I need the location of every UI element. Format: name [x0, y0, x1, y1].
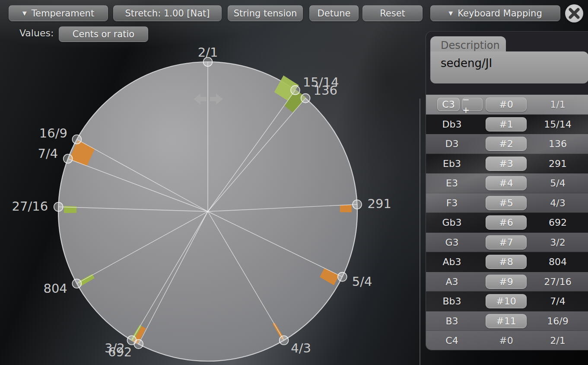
degree-index-button[interactable]: #3: [486, 157, 527, 171]
mapping-row-f3[interactable]: F3#54/3: [426, 193, 588, 213]
interval-value[interactable]: 5/4: [530, 173, 586, 193]
pitch-label-136: 136: [314, 83, 337, 98]
mapping-row-db3[interactable]: Db3#115/14: [426, 115, 588, 134]
degree-index-button[interactable]: #2: [486, 137, 527, 151]
degree-index-button[interactable]: #0: [486, 97, 527, 112]
pitch-knob-15-14[interactable]: [291, 86, 300, 95]
mapping-row-a3[interactable]: A3#927/16: [426, 272, 588, 292]
pitch-knob-3-2[interactable]: [127, 336, 136, 345]
mapping-row-g3[interactable]: G3#73/2: [426, 233, 588, 253]
degree-index-button[interactable]: #10: [486, 294, 527, 308]
mapping-row-d3[interactable]: D3#2136: [426, 134, 588, 154]
interval-value[interactable]: 7/4: [530, 291, 586, 311]
mapping-row-eb3[interactable]: Eb3#3291: [426, 154, 588, 174]
close-button[interactable]: [565, 4, 583, 22]
interval-value[interactable]: 16/9: [530, 311, 586, 331]
pitch-label-3-2: 3/2: [105, 341, 125, 355]
note-label: E3: [432, 173, 471, 193]
note-label: G3: [432, 233, 471, 253]
mapping-row-e3[interactable]: E3#45/4: [426, 173, 588, 193]
pitch-knob-291[interactable]: [353, 200, 362, 209]
tuning-circle: 2/115/141362915/44/36923/280427/167/416/…: [0, 0, 426, 365]
note-label: B3: [432, 311, 471, 331]
degree-index-button[interactable]: #5: [486, 196, 527, 210]
pitch-label-5-4: 5/4: [352, 274, 372, 289]
pitch-knob-27-16[interactable]: [54, 202, 63, 211]
interval-value[interactable]: 1/1: [530, 95, 586, 115]
pitch-label-16-9: 16/9: [39, 126, 67, 141]
mapping-row-bb3[interactable]: Bb3#107/4: [426, 291, 588, 311]
note-label: F3: [432, 193, 471, 213]
mapping-row-b3[interactable]: B3#1116/9: [426, 311, 588, 331]
interval-value[interactable]: 4/3: [530, 193, 586, 213]
pitch-knob-7-4[interactable]: [64, 154, 73, 163]
deviation-marker: [340, 205, 352, 212]
interval-value[interactable]: 291: [530, 154, 586, 174]
mapping-table: C3− +#01/1Db3#115/14D3#2136Eb3#3291E3#45…: [426, 95, 588, 350]
degree-index-button[interactable]: #9: [486, 275, 527, 289]
note-label: Ab3: [432, 252, 471, 272]
interval-value[interactable]: 804: [530, 252, 586, 272]
degree-index-button[interactable]: #6: [486, 215, 527, 230]
keyboard-mapping-label: Keyboard Mapping: [458, 8, 542, 19]
degree-index-button[interactable]: #4: [486, 176, 527, 190]
keyboard-mapping-panel: Description sedeng/JI C3− +#01/1Db3#115/…: [426, 31, 588, 350]
degree-index-label: #0: [486, 331, 527, 350]
note-label: Gb3: [432, 213, 471, 233]
degree-index-button[interactable]: #7: [486, 235, 527, 250]
pitch-label-804: 804: [43, 281, 67, 296]
mapping-row-c3[interactable]: C3− +#01/1: [426, 95, 588, 115]
interval-value[interactable]: 2/1: [530, 331, 586, 350]
note-label: C4: [432, 331, 471, 350]
interval-value[interactable]: 3/2: [530, 233, 586, 253]
mapping-row-c4[interactable]: C4#02/1: [426, 331, 588, 350]
note-label: D3: [432, 134, 471, 154]
note-label: Eb3: [432, 154, 471, 174]
mapping-row-ab3[interactable]: Ab3#8804: [426, 252, 588, 272]
pitch-label-7-4: 7/4: [38, 146, 58, 161]
pitch-knob-136[interactable]: [301, 94, 310, 103]
note-label: Db3: [432, 115, 471, 134]
tab-description[interactable]: Description: [430, 36, 506, 54]
pitch-knob-5-4[interactable]: [338, 272, 347, 282]
mapping-row-gb3[interactable]: Gb3#6692: [426, 213, 588, 233]
note-label: Bb3: [432, 291, 471, 311]
chevron-down-icon: ▼: [448, 10, 453, 16]
description-text[interactable]: sedeng/JI: [441, 57, 492, 70]
interval-value[interactable]: 27/16: [530, 272, 586, 292]
pitch-knob-16-9[interactable]: [72, 135, 81, 144]
degree-index-button[interactable]: #11: [486, 314, 527, 328]
keyboard-mapping-panel-edge: [420, 99, 420, 365]
pitch-knob-4-3[interactable]: [280, 336, 289, 345]
note-select-button[interactable]: C3: [437, 98, 460, 111]
pitch-label-2-1: 2/1: [198, 45, 218, 60]
note-label: A3: [432, 272, 471, 292]
interval-value[interactable]: 15/14: [530, 115, 586, 134]
description-box[interactable]: sedeng/JI: [430, 51, 588, 83]
pitch-knob-804[interactable]: [72, 279, 81, 288]
degree-index-button[interactable]: #1: [486, 117, 527, 131]
pitch-label-27-16: 27/16: [12, 199, 48, 214]
keyboard-mapping-menu-button[interactable]: ▼ Keyboard Mapping: [430, 5, 560, 21]
pitch-label-4-3: 4/3: [291, 341, 311, 355]
degree-index-button[interactable]: #8: [486, 255, 527, 269]
interval-value[interactable]: 136: [530, 134, 586, 154]
pitch-label-291: 291: [368, 196, 391, 211]
interval-value[interactable]: 692: [530, 213, 586, 233]
close-x-icon: [565, 4, 583, 22]
octave-minus-plus-button[interactable]: − +: [462, 98, 483, 111]
